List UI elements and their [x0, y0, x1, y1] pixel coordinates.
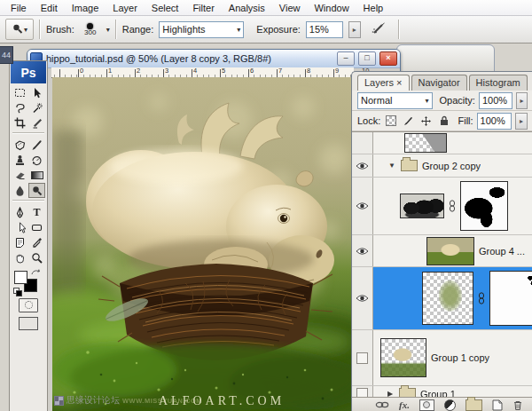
screen-mode-button[interactable]: [19, 317, 38, 330]
layer-label[interactable]: Group 2 copy: [422, 161, 481, 171]
menu-filter[interactable]: Filter: [185, 0, 221, 15]
link-layers-icon[interactable]: [375, 400, 389, 409]
exposure-field[interactable]: 15%: [306, 21, 343, 38]
layer-style-icon[interactable]: fx.: [399, 399, 410, 410]
spinner-arrow-icon: ▸: [520, 117, 523, 125]
fill-spinner[interactable]: ▸: [515, 113, 528, 130]
watermark-cn-text: 思缘设计论坛: [66, 394, 120, 407]
tab-navigator[interactable]: Navigator: [411, 75, 467, 91]
link-mask-icon[interactable]: [478, 292, 485, 304]
exposure-spinner[interactable]: ▸: [348, 21, 361, 38]
layer-mask-thumbnail[interactable]: [460, 181, 508, 231]
visibility-cell[interactable]: [352, 235, 373, 266]
menu-window[interactable]: Window: [307, 0, 356, 15]
minimize-button[interactable]: –: [337, 51, 355, 66]
notes-tool[interactable]: [12, 235, 28, 250]
menu-image[interactable]: Image: [65, 0, 106, 15]
collapse-arrow-icon[interactable]: ▼: [387, 162, 396, 170]
slice-tool[interactable]: [28, 115, 45, 130]
menu-edit[interactable]: Edit: [34, 0, 65, 15]
quick-mask-mode-button[interactable]: [19, 298, 38, 312]
tab-histogram[interactable]: Histogram: [469, 75, 528, 91]
menu-layer[interactable]: Layer: [106, 0, 145, 15]
menu-view[interactable]: View: [272, 0, 308, 15]
adjustment-layer-icon[interactable]: [444, 399, 456, 411]
clone-stamp-tool[interactable]: [12, 153, 28, 168]
visibility-cell[interactable]: [352, 132, 373, 154]
tab-layers[interactable]: Layers ×: [357, 75, 410, 91]
type-tool[interactable]: T: [28, 205, 45, 220]
menu-analysis[interactable]: Analysis: [222, 0, 272, 15]
lock-all-icon[interactable]: [437, 114, 451, 128]
default-colors-icon[interactable]: [13, 288, 20, 295]
layer-thumbnail[interactable]: [426, 237, 474, 265]
swap-colors-icon[interactable]: [31, 268, 42, 277]
visibility-cell[interactable]: [352, 330, 373, 385]
menu-file[interactable]: File: [4, 0, 34, 15]
rectangular-marquee-tool[interactable]: [12, 85, 28, 100]
active-tool-button[interactable]: ▾: [5, 19, 34, 40]
close-button[interactable]: ×: [379, 51, 397, 66]
lock-transparency-icon[interactable]: [384, 114, 398, 128]
layer-row-selected[interactable]: [352, 267, 532, 330]
layer-list: ▼ Group 2 copy Group 4 ...: [352, 131, 532, 398]
patch-tool[interactable]: [12, 138, 28, 153]
eyedropper-tool[interactable]: [28, 235, 45, 250]
crop-tool[interactable]: [12, 115, 28, 130]
fill-field[interactable]: 100%: [477, 113, 512, 130]
maximize-button[interactable]: □: [358, 51, 376, 66]
history-brush-tool[interactable]: [28, 153, 45, 168]
layer-thumbnail[interactable]: [400, 194, 444, 218]
move-tool[interactable]: [28, 85, 45, 100]
brush-preset-picker[interactable]: 300: [80, 19, 101, 40]
layer-label[interactable]: Group 4 ...: [479, 246, 525, 257]
blend-mode-select[interactable]: Normal ▾: [357, 92, 433, 109]
pen-tool[interactable]: [12, 205, 28, 220]
layer-thumbnail[interactable]: [404, 133, 447, 153]
zoom-tool[interactable]: [28, 250, 45, 265]
layer-row[interactable]: ▼ Group 2 copy: [352, 154, 532, 178]
visibility-cell[interactable]: [352, 154, 373, 177]
link-mask-icon[interactable]: [449, 200, 456, 212]
canvas-area[interactable]: 思缘设计论坛 WWW.MISSYUAN.COM ALFOART.COM: [52, 77, 352, 411]
path-selection-tool[interactable]: [12, 220, 28, 235]
menu-select[interactable]: Select: [145, 0, 186, 15]
visibility-cell[interactable]: [352, 178, 373, 234]
delete-layer-icon[interactable]: [512, 399, 523, 411]
layer-thumbnail[interactable]: [380, 338, 426, 377]
chevron-down-icon[interactable]: ▾: [106, 26, 110, 34]
rectangle-shape-tool[interactable]: [28, 220, 45, 235]
brush-tool[interactable]: [28, 138, 45, 153]
opacity-field[interactable]: 100%: [479, 92, 512, 109]
add-layer-mask-icon[interactable]: [419, 399, 434, 411]
hand-tool[interactable]: [12, 250, 28, 265]
ruler-tick: 2: [137, 67, 140, 75]
lasso-tool[interactable]: [12, 100, 28, 115]
new-group-icon[interactable]: [466, 399, 482, 411]
layer-thumbnail[interactable]: [422, 272, 473, 325]
range-select[interactable]: Highlights ▾: [159, 21, 244, 38]
lock-pixels-icon[interactable]: [402, 114, 416, 128]
layer-row[interactable]: [352, 178, 532, 235]
layer-mask-thumbnail[interactable]: [489, 271, 532, 326]
opacity-spinner[interactable]: ▸: [516, 92, 528, 109]
magic-wand-tool[interactable]: [28, 100, 45, 115]
layer-row[interactable]: Group 4 ...: [352, 235, 532, 267]
new-layer-icon[interactable]: [492, 399, 503, 411]
foreground-color-swatch[interactable]: [14, 271, 27, 284]
layer-row[interactable]: [352, 132, 532, 154]
lock-position-icon[interactable]: [419, 114, 434, 128]
dodge-tool[interactable]: [28, 183, 45, 198]
layer-label[interactable]: Group 1 copy: [431, 352, 489, 363]
layer-row[interactable]: Group 1 copy: [352, 330, 532, 386]
watermark-alfoart: ALFOART.COM: [159, 394, 285, 408]
menu-help[interactable]: Help: [356, 0, 391, 15]
ruler-tick: 6: [250, 67, 254, 75]
visibility-cell[interactable]: [352, 267, 373, 329]
range-label: Range:: [122, 24, 153, 35]
blur-tool[interactable]: [12, 183, 28, 198]
gradient-tool[interactable]: [28, 168, 45, 183]
document-title-bar[interactable]: hippo_tutorial.psd @ 50% (Layer 8 copy 3…: [27, 50, 400, 68]
airbrush-icon[interactable]: [372, 22, 386, 36]
eraser-tool[interactable]: [12, 168, 28, 183]
